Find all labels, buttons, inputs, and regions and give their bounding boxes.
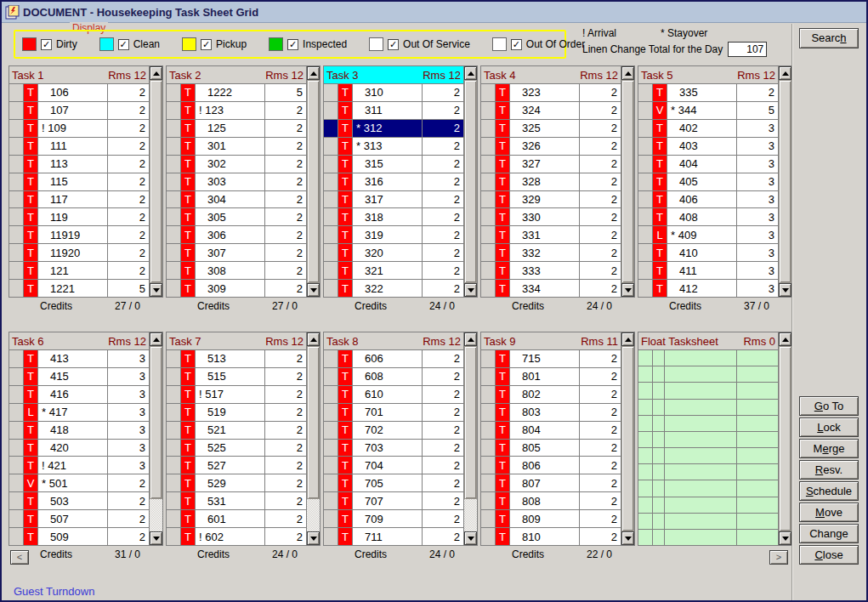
- room-number-cell[interactable]: 408: [667, 208, 737, 225]
- tasksheet-header[interactable]: Task 6Rms 12: [9, 332, 149, 350]
- row-select-cell[interactable]: [481, 120, 496, 137]
- panel-scrollbar[interactable]: [463, 332, 477, 545]
- scroll-down-icon[interactable]: [621, 283, 634, 297]
- room-row-302[interactable]: T3022: [167, 156, 306, 173]
- room-row-331[interactable]: T3312: [481, 226, 621, 244]
- room-row-501[interactable]: V* 5012: [9, 474, 149, 492]
- room-row-332[interactable]: T3322: [481, 244, 621, 262]
- room-row-702[interactable]: T7022: [324, 422, 463, 440]
- move-button[interactable]: Move: [799, 503, 859, 522]
- row-select-cell[interactable]: [638, 156, 653, 173]
- scroll-down-icon[interactable]: [464, 283, 477, 297]
- room-number-cell[interactable]: 125: [196, 120, 265, 137]
- room-row-315[interactable]: T3152: [324, 156, 463, 173]
- room-row-602[interactable]: T! 6022: [167, 528, 306, 545]
- row-select-cell[interactable]: [324, 510, 338, 527]
- scroll-up-icon[interactable]: [621, 332, 634, 346]
- room-number-cell[interactable]: 525: [196, 440, 265, 457]
- room-row-119[interactable]: T1192: [9, 208, 149, 226]
- row-select-cell[interactable]: [9, 386, 24, 403]
- row-select-cell[interactable]: [324, 156, 338, 173]
- room-row-807[interactable]: T8072: [481, 474, 621, 492]
- row-select-cell[interactable]: [638, 208, 653, 225]
- row-select-cell[interactable]: [481, 350, 496, 367]
- room-row-301[interactable]: T3012: [167, 138, 306, 156]
- panel-scrollbar[interactable]: [463, 66, 477, 297]
- room-number-cell[interactable]: 704: [353, 457, 423, 474]
- row-select-cell[interactable]: [167, 262, 181, 279]
- room-row-406[interactable]: T4063: [638, 191, 778, 209]
- room-number-cell[interactable]: 416: [38, 386, 108, 403]
- row-select-cell[interactable]: [167, 208, 181, 225]
- room-row-305[interactable]: T3052: [167, 208, 306, 226]
- row-select-cell[interactable]: [167, 368, 181, 385]
- room-number-cell[interactable]: 402: [667, 120, 737, 137]
- room-number-cell[interactable]: 333: [510, 262, 580, 279]
- empty-row[interactable]: [638, 366, 778, 383]
- room-number-cell[interactable]: 111: [38, 138, 108, 155]
- scrollbar-thumb[interactable]: [150, 346, 162, 499]
- row-select-cell[interactable]: [9, 510, 24, 527]
- room-number-cell[interactable]: 305: [196, 208, 265, 225]
- row-select-cell[interactable]: [481, 84, 496, 101]
- room-number-cell[interactable]: 306: [196, 226, 265, 243]
- scroll-up-icon[interactable]: [779, 332, 791, 346]
- row-select-cell[interactable]: [481, 404, 496, 421]
- room-row-317[interactable]: T3172: [324, 191, 463, 209]
- room-row-306[interactable]: T3062: [167, 226, 306, 244]
- room-row-402[interactable]: T4023: [638, 120, 778, 138]
- room-number-cell[interactable]: ! 517: [196, 386, 265, 403]
- row-select-cell[interactable]: [9, 120, 24, 137]
- room-row-304[interactable]: T3042: [167, 191, 306, 209]
- room-number-cell[interactable]: 709: [353, 510, 423, 527]
- room-number-cell[interactable]: 805: [510, 440, 580, 457]
- room-number-cell[interactable]: 529: [196, 474, 265, 491]
- row-select-cell[interactable]: [638, 497, 653, 513]
- row-select-cell[interactable]: [167, 280, 181, 297]
- room-row-123[interactable]: T! 1232: [167, 102, 306, 120]
- row-select-cell[interactable]: [167, 510, 181, 527]
- row-select-cell[interactable]: [9, 173, 24, 190]
- room-row-421[interactable]: T! 4213: [9, 457, 149, 474]
- row-select-cell[interactable]: [324, 440, 338, 457]
- room-row-416[interactable]: T4163: [9, 386, 149, 404]
- row-select-cell[interactable]: [481, 528, 496, 545]
- room-row-801[interactable]: T8012: [481, 368, 621, 386]
- room-number-cell[interactable]: 320: [353, 244, 423, 261]
- room-number-cell[interactable]: 322: [353, 280, 423, 297]
- row-select-cell[interactable]: [481, 386, 496, 403]
- row-select-cell[interactable]: [638, 350, 653, 366]
- room-number-cell[interactable]: 326: [510, 138, 580, 155]
- room-row-418[interactable]: T4183: [9, 422, 149, 440]
- row-select-cell[interactable]: [9, 440, 24, 457]
- room-row-325[interactable]: T3252: [481, 120, 621, 138]
- room-number-cell[interactable]: 503: [38, 492, 108, 509]
- room-row-417[interactable]: L* 4173: [9, 404, 149, 422]
- row-select-cell[interactable]: [324, 386, 338, 403]
- room-row-1221[interactable]: T12215: [9, 280, 149, 297]
- room-number-cell[interactable]: 703: [353, 440, 423, 457]
- scrollbar-thumb[interactable]: [621, 80, 634, 283]
- room-row-316[interactable]: T3162: [324, 173, 463, 191]
- row-select-cell[interactable]: [324, 208, 338, 225]
- lock-button[interactable]: Lock: [799, 417, 859, 437]
- room-number-cell[interactable]: 420: [38, 440, 108, 457]
- row-select-cell[interactable]: [324, 244, 338, 261]
- row-select-cell[interactable]: [638, 226, 653, 243]
- room-row-322[interactable]: T3222: [324, 280, 463, 297]
- tasksheet-header[interactable]: Task 7Rms 12: [167, 332, 306, 350]
- tasksheet-header[interactable]: Task 2Rms 12: [167, 66, 306, 84]
- room-number-cell[interactable]: 321: [353, 262, 423, 279]
- room-row-1222[interactable]: T12225: [167, 84, 306, 102]
- tasksheet-header[interactable]: Task 3Rms 12: [324, 66, 463, 84]
- room-row-106[interactable]: T1062: [9, 84, 149, 102]
- room-number-cell[interactable]: 329: [510, 191, 580, 208]
- room-number-cell[interactable]: 806: [510, 457, 580, 474]
- room-row-529[interactable]: T5292: [167, 474, 306, 492]
- room-number-cell[interactable]: 113: [38, 156, 108, 173]
- room-number-cell[interactable]: 412: [667, 280, 737, 297]
- room-row-327[interactable]: T3272: [481, 156, 621, 173]
- room-row-319[interactable]: T3192: [324, 226, 463, 244]
- room-number-cell[interactable]: 507: [38, 510, 108, 527]
- room-row-408[interactable]: T4083: [638, 208, 778, 226]
